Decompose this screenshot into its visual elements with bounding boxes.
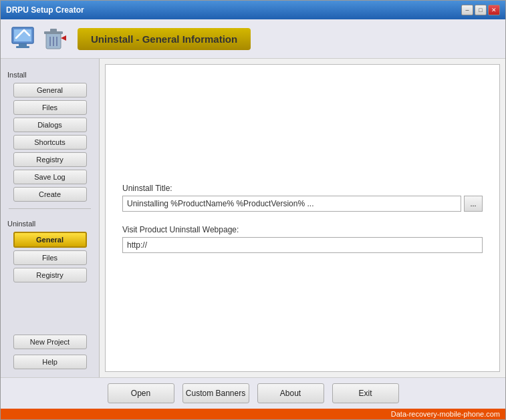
close-button[interactable]: ✕	[488, 5, 500, 15]
body-split: Install General Files Dialogs Shortcuts …	[1, 59, 505, 377]
window-controls: – □ ✕	[461, 5, 500, 15]
uninstall-general-button[interactable]: General	[13, 232, 87, 248]
install-general-button[interactable]: General	[13, 83, 87, 97]
custom-banners-button[interactable]: Custom Banners	[182, 383, 249, 403]
title-bar: DRPU Setup Creator – □ ✕	[1, 1, 505, 19]
uninstall-section-label: Uninstall	[6, 220, 94, 228]
header-area: Uninstall - General Information	[1, 19, 505, 59]
install-dialogs-button[interactable]: Dialogs	[13, 118, 87, 132]
bottom-spacer	[122, 266, 483, 359]
svg-marker-12	[61, 35, 66, 41]
sidebar-bottom: New Project Help	[6, 333, 94, 371]
footer-bar: Open Custom Banners About Exit	[1, 377, 505, 409]
uninstall-title-group: Uninstall Title: ...	[122, 184, 483, 212]
webpage-row	[122, 237, 483, 253]
about-button[interactable]: About	[257, 383, 324, 403]
webpage-group: Visit Product Uninstall Webpage:	[122, 225, 483, 253]
main-window: DRPU Setup Creator – □ ✕	[0, 0, 506, 420]
sidebar: Install General Files Dialogs Shortcuts …	[1, 59, 100, 377]
header-icons	[11, 26, 68, 51]
uninstall-title-label: Uninstall Title:	[122, 184, 483, 193]
uninstall-registry-button[interactable]: Registry	[13, 268, 87, 282]
main-content: Uninstall - General Information Install …	[1, 19, 505, 419]
install-create-button[interactable]: Create	[13, 187, 87, 202]
webpage-label: Visit Product Uninstall Webpage:	[122, 225, 483, 234]
svg-rect-5	[16, 46, 29, 48]
webpage-input[interactable]	[122, 237, 483, 253]
uninstall-title-row: ...	[122, 196, 483, 212]
help-button[interactable]: Help	[13, 355, 87, 369]
maximize-button[interactable]: □	[475, 5, 487, 15]
install-shortcuts-button[interactable]: Shortcuts	[13, 135, 87, 150]
watermark-text: Data-recovery-mobile-phone.com	[391, 410, 500, 418]
exit-button[interactable]: Exit	[332, 383, 399, 403]
uninstall-title-browse-button[interactable]: ...	[464, 196, 483, 212]
window-title: DRPU Setup Creator	[6, 5, 84, 15]
minimize-button[interactable]: –	[461, 5, 473, 15]
header-title: Uninstall - General Information	[78, 28, 251, 50]
svg-rect-8	[50, 29, 57, 32]
install-section-label: Install	[6, 71, 94, 79]
content-area: Uninstall Title: ... Visit Product Unins…	[105, 64, 500, 372]
svg-rect-4	[19, 43, 27, 46]
sidebar-divider	[9, 208, 91, 209]
uninstall-title-input[interactable]	[122, 196, 461, 212]
uninstall-files-button[interactable]: Files	[13, 250, 87, 265]
install-files-button[interactable]: Files	[13, 100, 87, 115]
monitor-icon	[11, 26, 37, 51]
open-button[interactable]: Open	[108, 383, 174, 403]
new-project-button[interactable]: New Project	[13, 335, 87, 349]
install-savelog-button[interactable]: Save Log	[13, 170, 87, 184]
top-spacer	[122, 78, 483, 170]
watermark-bar: Data-recovery-mobile-phone.com	[1, 409, 505, 419]
trash-icon	[41, 26, 68, 51]
install-registry-button[interactable]: Registry	[13, 152, 87, 167]
